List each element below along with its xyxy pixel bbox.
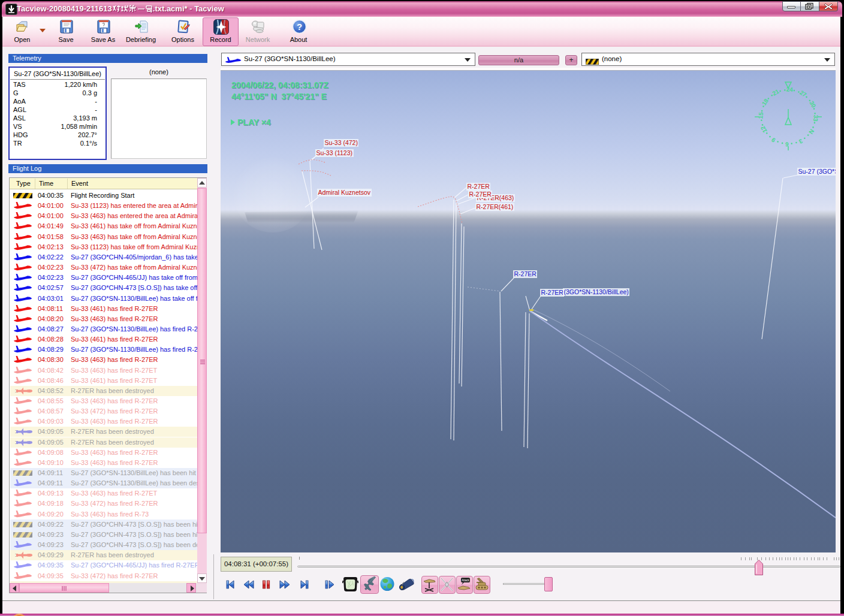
svg-text:24: 24	[786, 86, 793, 93]
svg-text:9: 9	[770, 136, 777, 143]
svg-text:Attack: Attack	[462, 579, 469, 582]
svg-text:?: ?	[296, 22, 302, 32]
svg-text:15: 15	[757, 112, 764, 119]
svg-text:3: 3	[798, 138, 804, 146]
svg-text:N: N	[807, 128, 815, 135]
svg-text:33: 33	[812, 114, 819, 122]
